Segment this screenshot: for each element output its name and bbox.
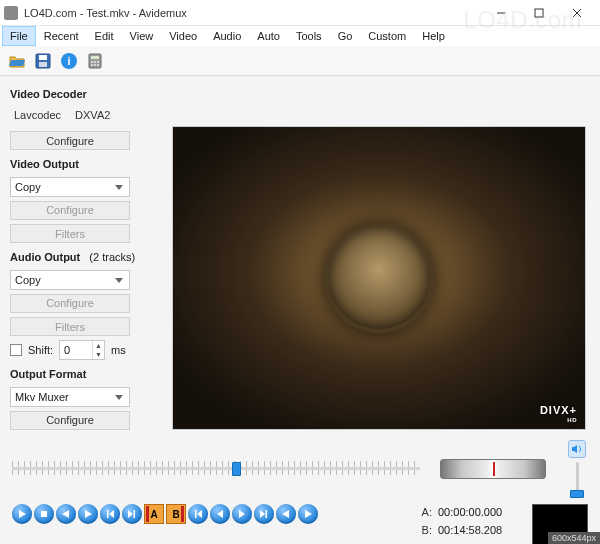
next-black-frame-button[interactable]	[298, 504, 318, 524]
audio-output-configure-button[interactable]: Configure	[10, 294, 130, 313]
svg-rect-3	[39, 62, 47, 67]
seek-slider[interactable]	[12, 459, 420, 479]
output-format-select[interactable]: Mkv Muxer	[10, 387, 130, 406]
toolbar: i	[0, 46, 600, 76]
svg-rect-10	[97, 61, 99, 63]
marker-a-value: 00:00:00.000	[438, 504, 520, 520]
selection-value: 00:14:58.208	[438, 540, 520, 544]
calculator-icon	[86, 52, 104, 70]
menu-audio[interactable]: Audio	[205, 26, 249, 46]
output-format-configure-button[interactable]: Configure	[10, 411, 130, 430]
menu-custom[interactable]: Custom	[360, 26, 414, 46]
goto-start-button[interactable]	[188, 504, 208, 524]
controls-row: A B A:00:00:00.000 B:00:14:58.208 Select…	[12, 504, 588, 544]
menu-edit[interactable]: Edit	[87, 26, 122, 46]
open-button[interactable]	[6, 50, 28, 72]
divx-logo: DIVX+ HD	[540, 401, 577, 423]
audio-tracks-note: (2 tracks)	[89, 251, 135, 263]
stop-button[interactable]	[34, 504, 54, 524]
marker-b-value: 00:14:58.208	[438, 522, 520, 538]
next-frame-button[interactable]	[78, 504, 98, 524]
audio-output-title-text: Audio Output	[10, 251, 80, 263]
close-button[interactable]	[558, 0, 596, 26]
menu-bar: File Recent Edit View Video Audio Auto T…	[0, 26, 600, 46]
lower-controls: A B A:00:00:00.000 B:00:14:58.208 Select…	[0, 434, 600, 544]
video-decoder-configure-button[interactable]: Configure	[10, 131, 130, 150]
menu-recent[interactable]: Recent	[36, 26, 87, 46]
volume-thumb[interactable]	[570, 490, 584, 498]
menu-auto[interactable]: Auto	[249, 26, 288, 46]
video-output-value: Copy	[15, 181, 41, 193]
seek-row	[12, 440, 588, 498]
minimize-button[interactable]	[482, 0, 520, 26]
set-marker-a-button[interactable]: A	[144, 504, 164, 524]
marker-a-label: A:	[378, 506, 432, 518]
video-output-filters-button[interactable]: Filters	[10, 224, 130, 243]
menu-go[interactable]: Go	[330, 26, 361, 46]
window-title: LO4D.com - Test.mkv - Avidemux	[24, 7, 482, 19]
video-output-select[interactable]: Copy	[10, 177, 130, 196]
svg-rect-14	[41, 511, 47, 517]
shift-up-icon[interactable]: ▲	[93, 341, 104, 350]
volume-control	[566, 440, 588, 498]
save-button[interactable]	[32, 50, 54, 72]
menu-view[interactable]: View	[122, 26, 162, 46]
shift-value: 0	[64, 344, 70, 356]
play-button[interactable]	[12, 504, 32, 524]
prev-frame-button[interactable]	[56, 504, 76, 524]
audio-shift-row: Shift: 0 ▲▼ ms	[10, 340, 160, 360]
left-panel: Video Decoder Lavcodec DXVA2 Configure V…	[0, 76, 170, 434]
marker-b-label: B:	[378, 524, 432, 536]
prev-keyframe-button[interactable]	[100, 504, 120, 524]
svg-rect-2	[39, 55, 47, 60]
menu-tools[interactable]: Tools	[288, 26, 330, 46]
prev-black-frame-button[interactable]	[276, 504, 296, 524]
playback-buttons: A B	[12, 504, 318, 524]
output-format-value: Mkv Muxer	[15, 391, 69, 403]
goto-marker-a-button[interactable]	[210, 504, 230, 524]
app-icon	[4, 6, 18, 20]
video-preview[interactable]: DIVX+ HD	[172, 126, 586, 430]
info-button[interactable]: i	[58, 50, 80, 72]
maximize-button[interactable]	[520, 0, 558, 26]
calculator-button[interactable]	[84, 50, 106, 72]
goto-end-button[interactable]	[254, 504, 274, 524]
decoder-value: DXVA2	[75, 109, 110, 121]
shift-label: Shift:	[28, 344, 53, 356]
menu-file[interactable]: File	[2, 26, 36, 46]
info-icon: i	[60, 52, 78, 70]
divx-plus: +	[570, 404, 577, 416]
svg-rect-7	[91, 56, 99, 59]
audio-output-filters-button[interactable]: Filters	[10, 317, 130, 336]
right-panel: LO4D.com DIVX+ HD	[170, 76, 600, 434]
seek-rail	[12, 467, 420, 470]
output-format-title: Output Format	[10, 368, 160, 380]
shift-unit: ms	[111, 344, 126, 356]
menu-video[interactable]: Video	[161, 26, 205, 46]
video-output-configure-button[interactable]: Configure	[10, 201, 130, 220]
divx-brand: DIVX	[540, 404, 570, 416]
decoder-key: Lavcodec	[14, 109, 61, 121]
svg-rect-9	[94, 61, 96, 63]
menu-help[interactable]: Help	[414, 26, 453, 46]
video-decoder-info: Lavcodec DXVA2	[10, 107, 160, 127]
svg-rect-8	[91, 61, 93, 63]
shift-checkbox[interactable]	[10, 344, 22, 356]
video-output-title: Video Output	[10, 158, 160, 170]
shift-value-input[interactable]: 0 ▲▼	[59, 340, 105, 360]
main-area: Video Decoder Lavcodec DXVA2 Configure V…	[0, 76, 600, 434]
audio-output-title: Audio Output (2 tracks)	[10, 251, 160, 263]
goto-marker-b-button[interactable]	[232, 504, 252, 524]
video-subject	[324, 223, 434, 333]
audio-output-value: Copy	[15, 274, 41, 286]
selection-panel: A:00:00:00.000 B:00:14:58.208 Selection:…	[378, 504, 520, 544]
svg-rect-11	[91, 64, 93, 66]
audio-output-select[interactable]: Copy	[10, 270, 130, 289]
volume-icon[interactable]	[568, 440, 586, 458]
seek-thumb[interactable]	[232, 462, 241, 476]
video-frame	[173, 127, 585, 429]
next-keyframe-button[interactable]	[122, 504, 142, 524]
jog-wheel[interactable]	[440, 459, 546, 479]
shift-down-icon[interactable]: ▼	[93, 350, 104, 359]
set-marker-b-button[interactable]: B	[166, 504, 186, 524]
